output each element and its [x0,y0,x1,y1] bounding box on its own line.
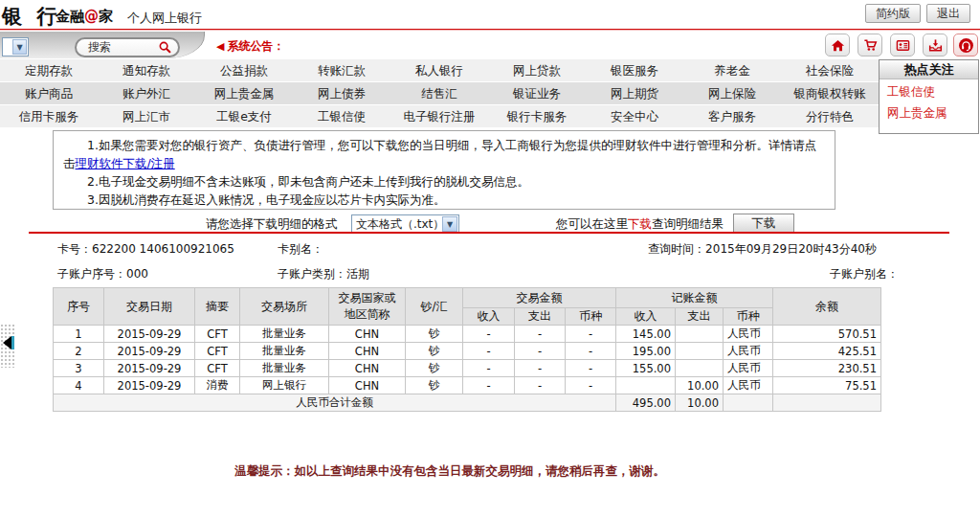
page-subtitle: 个人网上银行 [127,10,202,27]
brand-at: @ [84,8,99,25]
nav-item[interactable]: 社会保险 [781,59,879,81]
nav-item[interactable]: 网上保险 [683,82,781,104]
format-select[interactable]: 文本格式（.txt） ▼ [351,214,459,234]
nav-item[interactable]: 转账汇款 [293,59,390,81]
transaction-table: 序号 交易日期 摘要 交易场所 交易国家或地区简称 钞/汇 交易金额 记账金额 … [53,287,881,412]
total-currency [724,394,773,412]
table-cell: - [463,343,515,360]
category-dropdown[interactable]: ▼ [2,37,29,56]
col-book-income: 收入 [616,308,676,326]
table-cell: 钞 [406,326,463,343]
table-cell: 2015-09-29 [104,360,195,377]
table-cell: CHN [329,377,406,394]
table-cell [676,326,724,343]
nav-item[interactable]: 通知存款 [98,59,195,81]
footer-warning: 温馨提示：如以上查询结果中没有包含当日最新交易明细，请您稍后再查，谢谢。 [29,463,871,480]
col-txn-currency: 币种 [566,308,616,326]
table-cell: 2015-09-29 [104,377,195,394]
table-row: 42015-09-29消费网上银行CHN钞---10.00人民币75.51 [54,377,881,394]
table-cell: 人民币 [724,343,773,360]
nav-item[interactable]: 银证业务 [488,82,586,104]
table-cell: - [515,360,566,377]
table-row: 22015-09-29CFT批量业务CHN钞---195.00人民币425.51 [54,343,881,360]
total-book-income: 495.00 [616,394,676,412]
table-cell: - [515,343,566,360]
table-cell: 4 [54,377,104,394]
nav-item[interactable]: 银行卡服务 [488,105,586,127]
section-divider [29,232,949,234]
nav-row: 账户商品账户外汇网上贵金属网上债券结售汇银证业务网上期货网上保险银商银权转账 [0,82,879,104]
contacts-button[interactable] [890,34,915,56]
download-link[interactable]: 下载 [628,216,652,231]
nav-item[interactable]: 网上期货 [586,82,683,104]
download-button[interactable]: 下载 [733,214,794,233]
collapse-sidebar-handle[interactable] [3,336,11,349]
nav-item[interactable]: 公益捐款 [195,59,293,81]
nav-row: 信用卡服务网上汇市工银e支付工银信使电子银行注册银行卡服务安全中心客户服务分行特… [0,105,879,127]
nav-item[interactable]: 网上贵金属 [195,82,293,104]
search-input[interactable]: 搜索 [75,37,180,57]
col-book-currency: 币种 [724,308,773,326]
nav-item[interactable]: 银商银权转账 [781,82,879,104]
table-cell: CHN [329,326,406,343]
nav-item[interactable]: 安全中心 [586,105,683,127]
nav-item[interactable]: 网上债券 [293,82,390,104]
cart-button[interactable] [858,34,882,56]
speaker-icon: ◀ [216,40,224,53]
software-download-link[interactable]: 理财软件下载/注册 [76,156,175,170]
hot-topics-panel: 热点关注 工银信使网上贵金属 [879,59,979,134]
table-cell [676,360,724,377]
table-cell: 2015-09-29 [104,343,195,360]
table-total-row: 人民币合计金额495.0010.00 [54,394,881,412]
total-book-expense: 10.00 [676,394,724,412]
table-cell: CHN [329,343,406,360]
table-cell: 1 [54,326,104,343]
nav-item[interactable]: 客户服务 [683,105,781,127]
sub-account-alias: 子账户别名： [830,266,899,282]
nav-item[interactable]: 结售汇 [390,82,488,104]
nav-item[interactable]: 工银信使 [293,105,390,127]
table-cell: - [463,377,515,394]
download-hint: 您可以在这里下载查询明细结果 [556,216,724,233]
nav-item[interactable]: 养老金 [683,59,781,81]
inbox-button[interactable] [923,34,947,56]
col-date: 交易日期 [104,288,195,326]
contacts-icon [896,38,910,53]
nav-item[interactable]: 信用卡服务 [0,105,98,127]
nav-item[interactable]: 账户商品 [0,82,98,104]
inbox-download-icon [928,38,943,53]
nav-item[interactable]: 定期存款 [0,59,98,81]
notice-line-1: 1.如果您需要对您的银行资产、负债进行管理，您可以下载您的当日明细，导入工商银行… [63,136,825,172]
table-cell: - [566,377,616,394]
table-cell: 2015-09-29 [104,326,195,343]
logout-button[interactable]: 退出 [926,4,970,23]
table-cell: 75.51 [773,377,881,394]
simple-version-button[interactable]: 简约版 [865,4,921,23]
nav-item[interactable]: 银医服务 [586,59,683,81]
table-cell: CFT [195,343,240,360]
nav-item[interactable]: 网上汇市 [98,105,195,127]
nav-item[interactable]: 分行特色 [781,105,879,127]
nav-item[interactable]: 私人银行 [390,59,488,81]
table-cell [616,377,676,394]
format-label: 请您选择下载明细的格式 [206,216,338,233]
hot-topic-link[interactable]: 工银信使 [880,79,978,101]
table-cell: - [566,326,616,343]
collapse-handle-bar [11,336,14,349]
nav-item[interactable]: 工银e支付 [195,105,293,127]
home-button[interactable] [825,34,850,56]
col-book-expense: 支出 [676,308,724,326]
hot-topic-link[interactable]: 网上贵金属 [880,101,978,122]
headset-icon [958,37,974,54]
nav-item[interactable]: 账户外汇 [98,82,195,104]
table-cell: 人民币 [724,326,773,343]
nav-item[interactable]: 电子银行注册 [390,105,488,127]
service-button[interactable] [953,34,978,56]
nav-item[interactable]: 网上贷款 [488,59,586,81]
cart-icon [863,38,878,53]
query-time: 查询时间：2015年09月29日20时43分40秒 [648,241,877,258]
sub-account-seq: 子账户序号：000 [57,266,148,282]
table-cell: 消费 [195,377,240,394]
nav-row: 定期存款通知存款公益捐款转账汇款私人银行网上贷款银医服务养老金社会保险 [0,59,879,81]
total-balance [773,394,881,412]
